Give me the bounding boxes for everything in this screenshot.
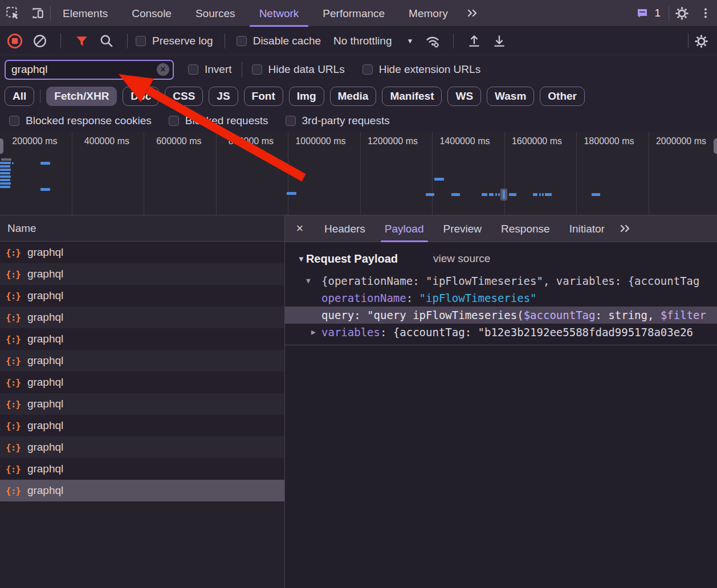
blocked-cookies-checkbox[interactable]: [9, 116, 19, 126]
chip-css[interactable]: CSS: [165, 87, 203, 106]
tab-memory[interactable]: Memory: [397, 0, 460, 27]
preserve-log-checkbox[interactable]: [136, 36, 146, 46]
timeline-request-bar: [287, 192, 296, 195]
request-row-selected[interactable]: {:}graphql: [0, 480, 284, 501]
chip-all[interactable]: All: [5, 87, 34, 106]
device-toolbar-button[interactable]: [25, 0, 50, 27]
payload-key: operationName: [321, 292, 406, 304]
tab-console[interactable]: Console: [120, 0, 184, 27]
details-tab-initiator[interactable]: Initiator: [560, 215, 614, 242]
third-party-requests-checkbox[interactable]: [286, 116, 296, 126]
query-variable: $filter: [661, 309, 706, 321]
chip-doc[interactable]: Doc: [123, 87, 159, 106]
more-tabs-button[interactable]: [460, 0, 485, 27]
timeline-request-bar: [509, 193, 516, 196]
request-row[interactable]: {:}graphql: [0, 263, 284, 285]
tab-network[interactable]: Network: [247, 0, 311, 27]
payload-query-row[interactable]: query: "query ipFlowTimeseries($accountT…: [285, 307, 717, 324]
hide-data-urls-checkbox[interactable]: [252, 64, 262, 75]
chevron-double-right-icon: [618, 222, 632, 235]
tab-performance[interactable]: Performance: [311, 0, 397, 27]
name-column-header[interactable]: Name: [0, 215, 284, 242]
request-row[interactable]: {:}graphql: [0, 436, 284, 458]
json-braces-icon: {:}: [6, 269, 21, 280]
more-details-tabs-button[interactable]: [614, 215, 636, 242]
disable-cache-checkbox[interactable]: [237, 36, 247, 46]
network-conditions-button[interactable]: [420, 28, 445, 55]
request-row[interactable]: {:}graphql: [0, 285, 284, 307]
chip-js[interactable]: JS: [209, 87, 238, 106]
timeline-request-bar: [0, 175, 11, 178]
blocked-requests-checkbox[interactable]: [169, 116, 179, 126]
request-row[interactable]: {:}graphql: [0, 307, 284, 328]
details-tab-preview[interactable]: Preview: [434, 215, 492, 242]
request-name: graphql: [27, 354, 63, 367]
request-payload-section[interactable]: ▼ Request Payload view source: [285, 250, 717, 268]
chip-manifest[interactable]: Manifest: [382, 87, 442, 106]
timeline-window-handle-left[interactable]: [0, 138, 3, 154]
clear-network-log-button[interactable]: [27, 28, 52, 55]
hide-extension-urls-label: Hide extension URLs: [379, 63, 480, 76]
details-tab-headers[interactable]: Headers: [315, 215, 375, 242]
request-details-panel: × Headers Payload Preview Response Initi…: [285, 215, 717, 588]
filter-input-box: ×: [5, 60, 174, 80]
chip-media[interactable]: Media: [330, 87, 377, 106]
hide-extension-urls-checkbox[interactable]: [362, 64, 373, 75]
view-source-link[interactable]: view source: [433, 252, 490, 265]
json-braces-icon: {:}: [6, 399, 21, 410]
tab-sources[interactable]: Sources: [184, 0, 247, 27]
import-har-button[interactable]: [462, 28, 487, 55]
blocked-cookies-control: Blocked response cookies: [9, 115, 152, 127]
chip-img[interactable]: Img: [289, 87, 324, 106]
network-settings-button[interactable]: [689, 28, 714, 55]
devtools-menu-button[interactable]: [694, 0, 717, 27]
timeline-request-bar: [1, 158, 11, 161]
record-network-log-button[interactable]: [2, 28, 27, 55]
invert-checkbox[interactable]: [188, 64, 198, 75]
export-har-button[interactable]: [487, 28, 512, 55]
search-network-button[interactable]: [94, 28, 119, 55]
request-row[interactable]: {:}graphql: [0, 393, 284, 415]
gear-icon: [694, 34, 709, 49]
tab-elements[interactable]: Elements: [51, 0, 120, 27]
kebab-menu-icon: [699, 7, 712, 19]
details-tab-payload[interactable]: Payload: [375, 215, 434, 242]
request-row[interactable]: {:}graphql: [0, 242, 284, 263]
preserve-log-label: Preserve log: [152, 35, 213, 47]
filter-input[interactable]: [6, 63, 173, 76]
request-row[interactable]: {:}graphql: [0, 371, 284, 393]
section-title: Request Payload: [306, 252, 398, 266]
network-overview-timeline[interactable]: 200000 ms 400000 ms 600000 ms 800000 ms …: [0, 132, 717, 215]
message-count: 1: [654, 7, 661, 19]
key-value-separator: :: [354, 309, 367, 321]
chip-other[interactable]: Other: [540, 87, 585, 106]
request-row[interactable]: {:}graphql: [0, 328, 284, 350]
settings-button[interactable]: [669, 0, 694, 27]
timeline-request-bar: [542, 193, 544, 196]
payload-variables-row[interactable]: ▶variables: {accountTag: "b12e3b2192ee55…: [285, 324, 717, 341]
chip-font[interactable]: Font: [244, 87, 283, 106]
chip-fetch-xhr[interactable]: Fetch/XHR: [46, 87, 117, 106]
request-name: graphql: [27, 419, 63, 432]
payload-operation-name-row[interactable]: operationName: "ipFlowTimeseries": [285, 289, 717, 307]
timeline-window-handle-right[interactable]: [714, 138, 717, 154]
request-name: graphql: [27, 246, 63, 259]
filter-toggle-button[interactable]: [69, 28, 94, 55]
request-row[interactable]: {:}graphql: [0, 350, 284, 371]
request-row[interactable]: {:}graphql: [0, 458, 284, 480]
close-details-icon[interactable]: ×: [285, 221, 315, 236]
payload-root-row[interactable]: ▼{operationName: "ipFlowTimeseries", var…: [285, 272, 717, 289]
json-braces-icon: {:}: [6, 442, 21, 453]
request-row[interactable]: {:}graphql: [0, 415, 284, 436]
details-tab-response[interactable]: Response: [491, 215, 560, 242]
chip-ws[interactable]: WS: [447, 87, 481, 106]
clear-filter-icon[interactable]: ×: [157, 63, 169, 76]
chip-wasm[interactable]: Wasm: [487, 87, 534, 106]
issues-messages-button[interactable]: [634, 0, 651, 27]
payload-section-divider: [285, 345, 717, 345]
request-name: graphql: [27, 463, 63, 475]
throttling-dropdown[interactable]: No throttling ▼: [333, 35, 413, 47]
json-braces-icon: {:}: [6, 420, 21, 431]
inspect-element-button[interactable]: [0, 0, 25, 27]
blocked-requests-control: Blocked requests: [169, 115, 268, 127]
